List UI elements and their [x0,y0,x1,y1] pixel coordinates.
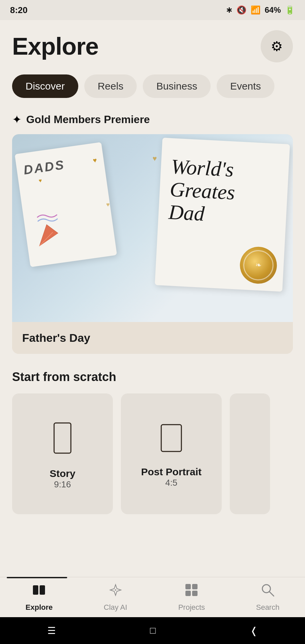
featured-card-fathers-day[interactable]: DADS ♥ ♥ [12,134,293,354]
search-icon [260,583,275,600]
scratch-section-title: Start from scratch [12,370,293,384]
post-portrait-label: Post Portrait 4:5 [141,466,202,488]
back-button[interactable]: ❬ [250,625,258,636]
tab-reels[interactable]: Reels [84,74,137,98]
home-button[interactable]: □ [150,625,156,636]
gold-members-header: ✦ Gold Members Premiere [12,113,293,126]
gold-members-title: Gold Members Premiere [26,113,150,126]
featured-card-title: Father's Day [22,331,90,344]
nav-search-label: Search [256,603,279,612]
gear-icon: ⚙ [271,39,283,54]
svg-point-6 [115,589,116,591]
svg-rect-4 [33,585,38,595]
svg-rect-10 [192,591,198,596]
svg-line-12 [269,592,274,596]
nav-explore[interactable]: Explore [19,579,59,615]
settings-button[interactable]: ⚙ [261,30,293,62]
story-icon [49,420,76,460]
svg-rect-8 [192,584,198,589]
nav-clay-ai-label: Clay AI [104,603,127,612]
nav-active-indicator [7,577,67,578]
svg-rect-9 [185,591,191,596]
gold-icon: ✦ [12,113,21,126]
page-title: Explore [12,33,98,60]
tab-discover[interactable]: Discover [12,74,78,98]
story-label: Story 9:16 [50,468,76,490]
bottom-nav: Explore Clay AI Projects [0,577,305,617]
nav-search[interactable]: Search [249,579,286,615]
bluetooth-icon: ∗ [226,5,232,15]
scratch-card-story[interactable]: Story 9:16 [12,393,113,514]
nav-clay-ai[interactable]: Clay AI [97,579,134,615]
mute-icon: 🔇 [236,5,247,15]
header: Explore ⚙ [12,30,293,62]
card-worlds-greatest-dad: World'sGreatesDad ❧ [155,138,290,291]
scratch-cards-list: Story 9:16 Post Portrait 4:5 [12,393,293,514]
nav-explore-label: Explore [26,603,53,612]
battery-icon: 🔋 [285,5,295,15]
svg-rect-5 [40,585,45,595]
menu-button[interactable]: ☰ [47,625,56,636]
wifi-icon: 📶 [251,5,261,15]
filter-tabs: Discover Reels Business Events [12,74,293,98]
svg-marker-0 [37,223,59,246]
svg-rect-7 [185,584,191,589]
scratch-card-post-portrait[interactable]: Post Portrait 4:5 [121,393,222,514]
status-icons: ∗ 🔇 📶 64% 🔋 [226,5,295,15]
featured-card-label: Father's Day [12,322,293,354]
explore-icon [32,583,46,600]
tab-events[interactable]: Events [217,74,274,98]
status-time: 8:20 [10,5,28,15]
status-bar: 8:20 ∗ 🔇 📶 64% 🔋 [0,0,305,20]
svg-rect-3 [161,425,181,451]
battery-text: 64% [265,5,281,15]
post-portrait-icon [156,421,186,458]
svg-rect-2 [54,423,71,453]
card-dads: DADS ♥ ♥ [15,142,117,267]
nav-projects-label: Projects [178,603,205,612]
system-nav: ☰ □ ❬ [0,617,305,644]
tab-business[interactable]: Business [143,74,211,98]
featured-card-image: DADS ♥ ♥ [12,134,293,322]
projects-icon [184,583,199,600]
scratch-section: Start from scratch Story 9:16 [12,370,293,514]
scratch-card-partial[interactable] [230,393,270,514]
main-content: Explore ⚙ Discover Reels Business Events… [0,20,305,581]
clay-ai-icon [108,583,123,600]
nav-projects[interactable]: Projects [172,579,212,615]
